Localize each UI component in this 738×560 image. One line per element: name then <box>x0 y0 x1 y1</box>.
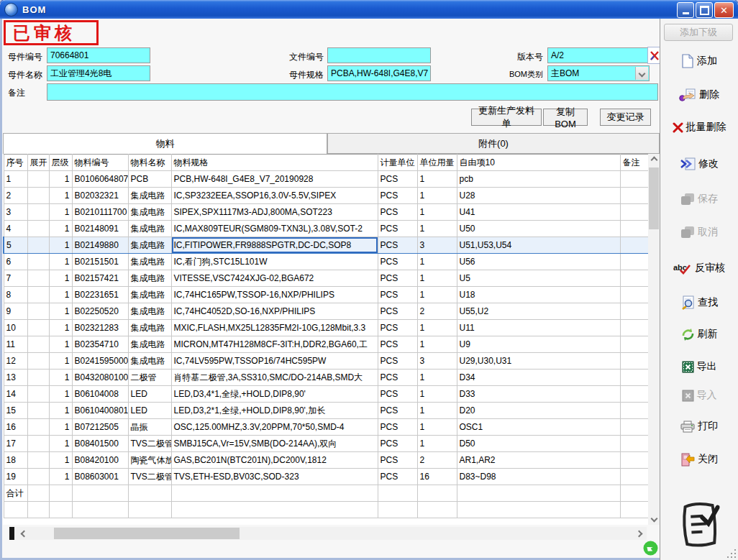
cell[interactable]: 1 <box>417 336 457 353</box>
close-button[interactable]: ✕ <box>714 2 734 18</box>
cell[interactable]: 1 <box>49 353 72 369</box>
cell[interactable]: PCS <box>378 237 417 254</box>
cell[interactable] <box>27 303 49 320</box>
cell[interactable]: PCS <box>378 353 417 369</box>
combo-dropdown-button[interactable] <box>635 67 648 80</box>
cell[interactable]: 4 <box>4 221 27 237</box>
modify-button[interactable]: 修改 <box>660 155 738 173</box>
cell[interactable]: PCS <box>378 320 417 336</box>
unapprove-button[interactable]: abc 反审核 <box>660 259 738 277</box>
cell[interactable]: 1 <box>49 386 72 403</box>
cell[interactable]: 6 <box>4 254 27 270</box>
cell[interactable] <box>620 452 649 469</box>
table-row[interactable]: 81B02231651集成电路IC,74HC165PW,TSSOP-16,NXP… <box>4 287 649 303</box>
cell[interactable]: B02354710 <box>72 336 128 353</box>
cell[interactable]: D34 <box>457 369 620 386</box>
cell[interactable] <box>27 353 49 369</box>
add-button[interactable]: 添加 <box>660 52 738 70</box>
splitter-handle[interactable] <box>9 527 14 540</box>
cell[interactable]: B02157421 <box>72 270 128 287</box>
cell[interactable]: TVS二极管 <box>128 469 171 485</box>
cell[interactable]: 1 <box>417 221 457 237</box>
table-row[interactable]: 31B0210111700集成电路SIPEX,SPX1117M3-ADJ,800… <box>4 204 649 221</box>
cell[interactable] <box>27 221 49 237</box>
cell[interactable]: B0106064807 <box>72 171 128 188</box>
scroll-down-button[interactable] <box>648 513 660 525</box>
cell[interactable] <box>27 254 49 270</box>
cell[interactable]: 二极管 <box>128 369 171 386</box>
cell[interactable]: U18 <box>457 287 620 303</box>
print-button[interactable]: 打印 <box>660 417 738 436</box>
cell[interactable]: 3 <box>417 353 457 369</box>
cell[interactable]: 11 <box>4 336 27 353</box>
cell[interactable] <box>620 188 649 204</box>
table-row[interactable]: 161B07212505晶振OSC,125.00MHZ,3.3V,20PPM,7… <box>4 419 649 436</box>
column-header[interactable]: 单位用量 <box>417 155 457 171</box>
cell[interactable]: 1 <box>49 419 72 436</box>
cell[interactable]: U55,U2 <box>457 303 620 320</box>
cell[interactable]: PCS <box>378 204 417 221</box>
cell[interactable]: 17 <box>4 436 27 452</box>
cell[interactable]: PCS <box>378 336 417 353</box>
table-row[interactable]: 121B0241595000集成电路IC,74LV595PW,TSSOP16/7… <box>4 353 649 369</box>
cell[interactable] <box>620 171 649 188</box>
cell[interactable]: SMBJ15CA,Vr=15V,SMB(DO-214AA),双向 <box>171 436 378 452</box>
cell[interactable]: 9 <box>4 303 27 320</box>
cell[interactable]: IC,74HC165PW,TSSOP-16,NXP/PHILIPS <box>171 287 378 303</box>
table-row[interactable]: 141B06104008LEDLED,D3,4*1,全绿,+HOLD,DIP8,… <box>4 386 649 403</box>
cell[interactable]: 16 <box>4 419 27 436</box>
cell[interactable] <box>620 353 649 369</box>
cell[interactable]: OSC,125.00MHZ,3.3V,20PPM,70*50,SMD-4 <box>171 419 378 436</box>
cell[interactable] <box>620 221 649 237</box>
cell[interactable]: 13 <box>4 369 27 386</box>
column-header[interactable]: 备注 <box>620 155 649 171</box>
cell[interactable]: 2 <box>4 188 27 204</box>
cell[interactable] <box>27 270 49 287</box>
cell[interactable] <box>27 452 49 469</box>
cell[interactable]: 集成电路 <box>128 188 171 204</box>
cell[interactable]: IC,FITIPOWER,FR9888SPGTR,DC-DC,SOP8 <box>171 237 378 254</box>
cell[interactable]: 7 <box>4 270 27 287</box>
cell[interactable]: PCS <box>378 188 417 204</box>
cell[interactable] <box>620 419 649 436</box>
cell[interactable]: 1 <box>417 188 457 204</box>
cell[interactable]: LED <box>128 386 171 403</box>
cell[interactable]: 1 <box>49 254 72 270</box>
parent-code-field[interactable]: 70664801 <box>47 47 150 63</box>
remark-field[interactable] <box>47 83 658 101</box>
cell[interactable]: 陶瓷气体放电管 <box>128 452 171 469</box>
cell[interactable]: B08420100 <box>72 452 128 469</box>
cell[interactable]: 集成电路 <box>128 204 171 221</box>
update-production-issue-button[interactable]: 更新生产发料单 <box>471 109 542 126</box>
cell[interactable]: D50 <box>457 436 620 452</box>
column-header[interactable]: 物料编号 <box>72 155 128 171</box>
table-row[interactable]: 11B0106064807PCBPCB,HW-648I_G4E8_V7_2019… <box>4 171 649 188</box>
cell[interactable]: 集成电路 <box>128 287 171 303</box>
cell[interactable]: LED <box>128 403 171 419</box>
cell[interactable]: 18 <box>4 452 27 469</box>
column-header[interactable]: 物料规格 <box>171 155 378 171</box>
cell[interactable]: B07212505 <box>72 419 128 436</box>
cell[interactable]: 1 <box>49 188 72 204</box>
cell[interactable]: U5 <box>457 270 620 287</box>
cell[interactable]: LED,D3,4*1,全绿,+HOLD,DIP8,90' <box>171 386 378 403</box>
cell[interactable]: 15 <box>4 403 27 419</box>
cell[interactable]: B0241595000 <box>72 353 128 369</box>
cell[interactable]: IC,74LV595PW,TSSOP16/74HC595PW <box>171 353 378 369</box>
cell[interactable]: PCS <box>378 303 417 320</box>
scroll-up-button[interactable] <box>648 154 660 166</box>
cell[interactable]: 1 <box>417 436 457 452</box>
horizontal-scrollbar[interactable] <box>9 527 647 540</box>
parent-spec-field[interactable]: PCBA,HW-648I,G4E8,V7 <box>327 65 431 81</box>
cell[interactable]: U51,U53,U54 <box>457 237 620 254</box>
cell[interactable]: 1 <box>417 403 457 419</box>
cell[interactable]: IC,看门狗,STC15L101W <box>171 254 378 270</box>
cell[interactable]: 1 <box>49 369 72 386</box>
cell[interactable]: PCS <box>378 386 417 403</box>
cell[interactable] <box>27 386 49 403</box>
cell[interactable] <box>620 369 649 386</box>
cell[interactable] <box>620 469 649 485</box>
cell[interactable]: D20 <box>457 403 620 419</box>
cell[interactable]: 1 <box>417 419 457 436</box>
cell[interactable]: TVS二极管 <box>128 436 171 452</box>
